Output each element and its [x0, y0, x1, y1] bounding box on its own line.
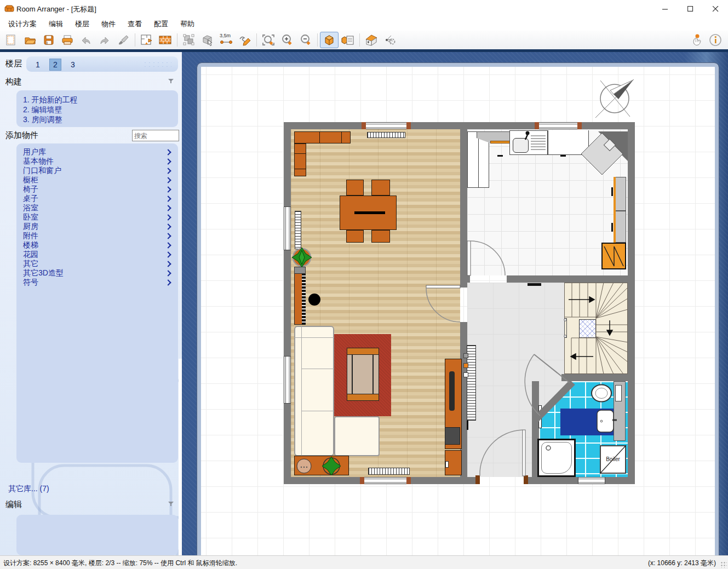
- chair[interactable]: [371, 230, 390, 243]
- window-sill: [360, 477, 364, 484]
- window-living-left-lower[interactable]: [284, 356, 291, 404]
- towel-rail[interactable]: [538, 405, 542, 428]
- stool-black[interactable]: [308, 294, 320, 306]
- bookshelf-books: [302, 267, 306, 325]
- undo-button[interactable]: [77, 32, 95, 48]
- chevron-right-icon: [165, 158, 171, 164]
- search-input[interactable]: [132, 130, 179, 141]
- zoom-in-button[interactable]: [278, 32, 296, 48]
- view-3d-box-button[interactable]: [320, 32, 339, 48]
- draw-pen-button[interactable]: [236, 32, 254, 48]
- radiator[interactable]: [368, 468, 410, 475]
- brick-wall-button[interactable]: [156, 32, 175, 48]
- category-item[interactable]: 其它3D造型: [16, 268, 178, 278]
- subwoofer[interactable]: [445, 427, 460, 445]
- wall-heater-mark: [528, 283, 541, 286]
- wall-kitchen-corner[interactable]: [460, 275, 470, 283]
- house-3d-button[interactable]: [362, 32, 381, 48]
- cabinet-left-run[interactable]: [294, 143, 306, 176]
- category-item[interactable]: 橱柜: [16, 175, 178, 185]
- floor-chip[interactable]: 3: [67, 59, 79, 71]
- box-cursor-button[interactable]: [198, 32, 217, 48]
- new-document-button[interactable]: [2, 32, 21, 48]
- window-living-bottom[interactable]: [360, 477, 411, 484]
- zoom-out-button[interactable]: [296, 32, 315, 48]
- select-objects-button[interactable]: [180, 32, 198, 48]
- object-list-button[interactable]: [339, 32, 357, 48]
- category-item[interactable]: 厨房: [16, 222, 178, 231]
- menu-item[interactable]: 物件: [95, 18, 122, 31]
- category-item[interactable]: 卧室: [16, 212, 178, 222]
- category-item[interactable]: 桌子: [16, 194, 178, 203]
- window-living-left-upper[interactable]: [284, 206, 291, 250]
- print-button[interactable]: [58, 32, 77, 48]
- info-button[interactable]: [706, 32, 725, 48]
- explode-settings-button[interactable]: [381, 32, 399, 48]
- category-item[interactable]: 附件: [16, 231, 178, 240]
- chevron-right-icon: [165, 242, 171, 248]
- cabinet-top-run[interactable]: [294, 131, 351, 143]
- chair[interactable]: [371, 180, 390, 196]
- kitchen-appliance-orange[interactable]: [601, 243, 626, 269]
- open-folder-button[interactable]: [21, 32, 39, 48]
- kitchen-counter-top[interactable]: [548, 130, 589, 155]
- category-item[interactable]: 符号: [16, 278, 178, 287]
- menu-item[interactable]: 配置: [148, 18, 174, 31]
- build-step-link[interactable]: 2. 编辑墙壁: [16, 105, 178, 114]
- zoom-fit-button[interactable]: [259, 32, 278, 48]
- category-item[interactable]: 椅子: [16, 185, 178, 194]
- ladder-radiator[interactable]: [295, 211, 301, 249]
- minimize-button[interactable]: [652, 0, 678, 18]
- floor-chip[interactable]: 1: [32, 59, 44, 71]
- bath-mat[interactable]: [560, 409, 614, 435]
- close-button[interactable]: [703, 0, 728, 18]
- category-item[interactable]: 浴室: [16, 203, 178, 212]
- chair[interactable]: [346, 230, 364, 243]
- wall-bottom-right[interactable]: [526, 477, 628, 484]
- radiator[interactable]: [367, 132, 405, 138]
- sofa-chaise[interactable]: [334, 416, 380, 456]
- format-brush-button[interactable]: [114, 32, 133, 48]
- wall-living-hall-upper[interactable]: [460, 129, 467, 288]
- menu-item[interactable]: 编辑: [43, 18, 69, 31]
- more-libraries-link[interactable]: 其它库... (7): [8, 484, 49, 494]
- category-item[interactable]: 其它: [16, 259, 178, 268]
- menu-item[interactable]: 设计方案: [2, 18, 43, 31]
- floor-chip[interactable]: 2: [49, 59, 61, 71]
- category-item[interactable]: 门口和窗户: [16, 166, 178, 175]
- toilet-tank[interactable]: [615, 385, 622, 401]
- category-item[interactable]: 花园: [16, 250, 178, 259]
- menu-item[interactable]: 楼层: [69, 18, 95, 31]
- wall-top[interactable]: [284, 122, 635, 129]
- cabinet-handle: [445, 461, 449, 468]
- menu-item[interactable]: 帮助: [174, 18, 200, 31]
- chair[interactable]: [346, 180, 364, 196]
- category-item[interactable]: 基本物件: [16, 157, 178, 166]
- window-bathroom-bottom[interactable]: [578, 477, 605, 484]
- window-kitchen-top[interactable]: [535, 122, 582, 129]
- status-bar: 设计方案: 8255 × 8400 毫米, 楼层: 2/3 -- 缩放: 75%…: [0, 555, 728, 569]
- floorplan-door-button[interactable]: [137, 32, 156, 48]
- build-step-link[interactable]: 1. 开始新的工程: [16, 95, 178, 105]
- measure-tape-button[interactable]: 3,5m: [217, 32, 236, 48]
- wall-left[interactable]: [284, 122, 291, 484]
- build-step-link[interactable]: 3. 房间调整: [16, 114, 178, 124]
- plan-canvas[interactable]: Boiler: [182, 52, 728, 555]
- save-floppy-button[interactable]: [39, 32, 58, 48]
- menu-item[interactable]: 查看: [122, 18, 148, 31]
- window-living-top[interactable]: [362, 122, 411, 129]
- pointer-hand-button[interactable]: [687, 32, 706, 48]
- side-table[interactable]: [294, 456, 349, 475]
- redo-button[interactable]: [95, 32, 114, 48]
- staircase[interactable]: [564, 283, 628, 374]
- collapse-funnel-icon[interactable]: [168, 501, 174, 507]
- wall-stairs-bottom[interactable]: [561, 374, 628, 381]
- wall-kitchen-bottom[interactable]: [507, 275, 628, 283]
- category-item[interactable]: 楼梯: [16, 240, 178, 250]
- collapse-funnel-icon[interactable]: [168, 78, 174, 84]
- resize-grip[interactable]: [720, 561, 727, 568]
- maximize-button[interactable]: [678, 0, 703, 18]
- category-item[interactable]: 用户库: [16, 147, 178, 157]
- wall-right[interactable]: [628, 122, 635, 484]
- sofa-main[interactable]: [294, 326, 334, 456]
